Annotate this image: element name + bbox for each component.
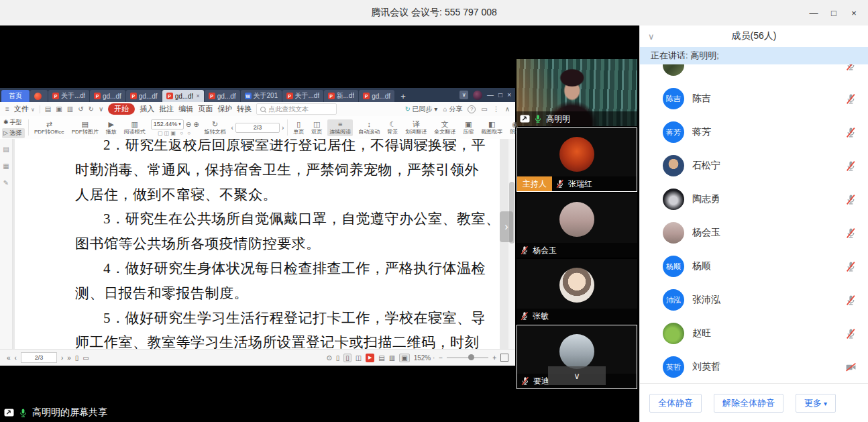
ribbon-tab-3[interactable]: 编辑 xyxy=(178,104,193,114)
member-row[interactable]: 杨顺杨顺 xyxy=(640,250,868,283)
zoom-in-icon[interactable]: ⊕ xyxy=(193,121,199,128)
member-row[interactable]: 蒋芳蒋芳 xyxy=(640,115,868,149)
continuous-view-icon[interactable]: ▯ xyxy=(343,354,351,362)
select-tool[interactable]: ▷选择 xyxy=(2,128,25,138)
play-slideshow-icon[interactable]: ▶ xyxy=(366,354,374,362)
vertical-scrollbar[interactable] xyxy=(508,139,515,350)
tool-13[interactable]: ◧截图取字 xyxy=(479,119,504,136)
fit-width-icon[interactable]: ▤ xyxy=(378,354,384,362)
wps-restore-icon[interactable]: □ xyxy=(498,91,502,99)
thumbnail-panel-icon[interactable]: ▦ xyxy=(3,162,9,170)
zoom-slider-knob[interactable] xyxy=(468,354,474,360)
file-menu[interactable]: 文件 ∨ xyxy=(14,104,35,114)
camera-off-icon[interactable] xyxy=(845,362,857,373)
status-page-indicator[interactable]: 2/3 xyxy=(21,352,57,363)
mic-muted-icon[interactable] xyxy=(845,261,857,272)
tool-1[interactable]: ▤PDF转图片 xyxy=(70,119,101,136)
find-text-box[interactable]: 点此查找文本 xyxy=(256,103,337,115)
wps-file-tab-8[interactable]: P gd...df xyxy=(359,90,394,102)
tool-9[interactable]: ☾背景 xyxy=(385,119,400,136)
wps-file-tab-4[interactable]: P gd...df xyxy=(205,90,240,102)
more-button[interactable]: 更多▾ xyxy=(796,394,836,413)
collapse-ribbon-icon[interactable]: ∧ xyxy=(505,105,510,113)
tool-3[interactable]: ▥阅读模式 xyxy=(122,119,148,136)
maximize-button[interactable]: □ xyxy=(824,0,844,25)
wps-file-tab-0[interactable]: P 关于...df xyxy=(48,90,89,102)
wps-file-tab-6[interactable]: P 关于...df xyxy=(282,90,323,102)
zoom-in-icon[interactable]: + xyxy=(492,354,496,362)
quickbar-caret-icon[interactable]: ∨ xyxy=(99,105,103,113)
tool-10[interactable]: 译划词翻译 xyxy=(403,119,429,136)
wps-file-tab-2[interactable]: P gd...df xyxy=(126,90,162,102)
tool-0[interactable]: ⇄PDF转Office xyxy=(32,119,66,136)
wps-file-tab-1[interactable]: P gd...df xyxy=(90,90,125,102)
fit-page-icons[interactable]: ▢◫▣ ○ ○ xyxy=(158,130,192,136)
member-row[interactable]: 石松宁 xyxy=(640,149,868,182)
zoom-out-icon[interactable]: − xyxy=(439,354,443,362)
wps-browser-logo-icon[interactable] xyxy=(30,90,48,102)
zoom-value-box[interactable]: 152.44% ▾ xyxy=(151,119,184,129)
wps-file-tab-7[interactable]: P 新...df xyxy=(324,90,359,102)
save-icon[interactable]: ▣ xyxy=(56,105,62,113)
mic-muted-icon[interactable] xyxy=(845,227,857,239)
hand-tool[interactable]: ✱手型 xyxy=(2,117,25,127)
unmute-all-button[interactable]: 解除全体静音 xyxy=(714,394,783,413)
tool-6[interactable]: ◫双页 xyxy=(309,119,324,136)
pdf-page[interactable]: 2．研究生返校后回原寝室进行登记居住，不得调寝换寝，平时勤消毒、常通风，保持宿舍… xyxy=(15,139,500,350)
minimize-button[interactable]: — xyxy=(804,0,824,25)
zoom-out-icon[interactable]: ⊖ xyxy=(186,121,191,128)
page-indicator[interactable]: 2/3 xyxy=(235,123,280,133)
mic-muted-icon[interactable] xyxy=(845,127,857,138)
new-tab-button[interactable]: + xyxy=(395,90,411,102)
member-row[interactable]: 沛泓张沛泓 xyxy=(640,283,868,317)
two-page-view-icon[interactable]: ◫ xyxy=(356,354,362,362)
wps-account-avatar[interactable] xyxy=(473,91,482,100)
video-tile-张瑞红[interactable]: 主持人 张瑞红 xyxy=(517,127,637,192)
video-tile-高明明[interactable]: 高明明 xyxy=(517,59,637,126)
mic-muted-icon[interactable] xyxy=(845,328,857,339)
mic-muted-icon[interactable] xyxy=(845,194,857,205)
undo-icon[interactable]: ↺ xyxy=(78,105,83,113)
next-page-icon[interactable]: › xyxy=(282,124,284,131)
chevron-down-icon[interactable]: ∨ xyxy=(648,32,655,42)
tool-12[interactable]: ▣压缩 xyxy=(461,119,476,136)
timer-icon[interactable]: ⊙ xyxy=(326,354,331,362)
redo-icon[interactable]: ↻ xyxy=(89,105,94,113)
ribbon-tab-2[interactable]: 批注 xyxy=(159,104,174,114)
tool-11[interactable]: 文全文翻译 xyxy=(432,119,457,136)
member-row[interactable]: 英哲刘英哲 xyxy=(640,350,868,384)
first-page-icon[interactable]: « xyxy=(7,354,11,362)
fullscreen-icon[interactable] xyxy=(500,354,508,362)
video-tile-要迪[interactable]: 要迪∨ xyxy=(517,325,637,389)
zoom-slider[interactable] xyxy=(447,357,488,358)
close-button[interactable]: × xyxy=(844,0,864,25)
wps-file-tab-3[interactable]: P gd...df × xyxy=(162,90,204,102)
bookmark-icon[interactable]: ✎ xyxy=(3,179,9,187)
tool-5[interactable]: ▯单页 xyxy=(291,119,306,136)
ribbon-tab-6[interactable]: 转换 xyxy=(237,104,252,114)
open-icon[interactable]: ▤ xyxy=(45,105,51,113)
wps-tab-home[interactable]: 首页 xyxy=(1,90,30,102)
wps-minimize-icon[interactable]: — xyxy=(487,91,494,99)
single-page-view-icon[interactable]: ▯ xyxy=(336,354,340,362)
tool-7[interactable]: ≡连续阅读 xyxy=(327,119,353,136)
annotation-list-icon[interactable]: ▤ xyxy=(3,146,9,153)
tool-4[interactable]: ↻旋转文档 xyxy=(203,119,228,136)
member-row[interactable]: 陈吉陈吉 xyxy=(640,82,868,115)
ribbon-tab-0[interactable]: 开始 xyxy=(108,103,135,115)
mute-all-button[interactable]: 全体静音 xyxy=(649,394,702,413)
actual-size-icon[interactable]: ▣ xyxy=(399,354,409,362)
tab-close-icon[interactable]: × xyxy=(196,93,199,99)
print-icon[interactable]: ▥ xyxy=(67,105,73,113)
mic-muted-icon[interactable] xyxy=(845,160,857,172)
tool-8[interactable]: ↕自动滚动 xyxy=(356,119,382,136)
member-row[interactable]: 赵旺 xyxy=(640,317,868,350)
last-page-icon[interactable]: » xyxy=(67,354,71,362)
cloud-sync-status[interactable]: ↻ 已同步 ▾ xyxy=(404,105,437,114)
ribbon-tab-5[interactable]: 保护 xyxy=(217,104,232,114)
tool-2[interactable]: ▶播放 xyxy=(104,119,119,136)
mic-muted-icon[interactable] xyxy=(845,93,857,105)
video-tile-杨会玉[interactable]: 杨会玉 xyxy=(517,193,637,258)
collapse-strip-button[interactable]: ∨ xyxy=(548,366,606,385)
ribbon-tab-1[interactable]: 插入 xyxy=(140,104,154,114)
